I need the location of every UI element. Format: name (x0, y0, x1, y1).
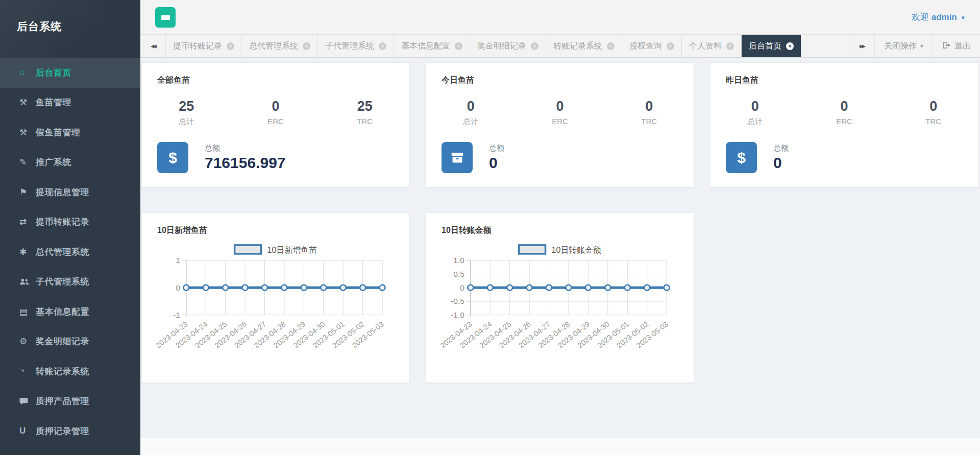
tab-后台首页[interactable]: 后台首页× (742, 35, 801, 57)
tab-授权查询[interactable]: 授权查询× (622, 35, 682, 57)
tab-个人资料[interactable]: 个人资料× (682, 35, 742, 57)
bullhorn-icon: ⚑ (19, 187, 36, 198)
sidebar-item-coin-transfer-records[interactable]: ⇄提币转账记录 (0, 207, 140, 237)
chart-card-10日新增鱼苗: 10日新增鱼苗10日新增鱼苗10-12023-04-232023-04-2420… (141, 212, 410, 383)
close-tab-icon[interactable]: × (786, 42, 794, 50)
caret-down-icon: ▾ (961, 14, 965, 21)
svg-text:-1.0: -1.0 (451, 310, 464, 319)
stat-cards-row: 全部鱼苗25总计0ERC25TRC$总额716156.997今日鱼苗0总计0ER… (141, 62, 978, 187)
close-operations-button[interactable]: 关闭操作 ▾ (874, 35, 933, 57)
hamburger-icon (161, 15, 170, 20)
sidebar: 后台系统 ⌂后台首页⚒鱼苗管理⚒假鱼苗管理✎推广系统⚑提现信息管理⇄提币转账记录… (0, 0, 140, 455)
tabs-scroll-right-button[interactable]: ▸▸ (849, 35, 874, 57)
tab-提币转账记录[interactable]: 提币转账记录× (166, 35, 242, 57)
total-row: $总额0 (710, 142, 978, 173)
tab-转账记录系统[interactable]: 转账记录系统× (546, 35, 622, 57)
svg-text:1.0: 1.0 (453, 256, 464, 265)
caret-down-icon: ▾ (920, 42, 923, 50)
user-menu[interactable]: 欢迎 admin ▾ (912, 11, 965, 23)
stat: 0ERC (800, 99, 889, 127)
svg-text:0: 0 (460, 283, 464, 292)
footer (140, 438, 980, 455)
total-label: 总额 (773, 143, 789, 153)
total-label: 总额 (489, 143, 504, 153)
sidebar-item-promo-system[interactable]: ✎推广系统 (0, 148, 140, 178)
logout-button[interactable]: 退出 (933, 35, 980, 57)
close-tab-icon[interactable]: × (726, 42, 734, 50)
chart-title: 10日转账金额 (442, 225, 678, 236)
logout-label: 退出 (954, 41, 971, 52)
edit-icon: ✎ (19, 157, 36, 167)
close-tab-icon[interactable]: × (303, 42, 310, 50)
dollar-icon: $ (726, 142, 757, 173)
sidebar-item-transfer-record-system[interactable]: ◔转账记录系统 (0, 356, 140, 387)
sidebar-item-general-agent-system[interactable]: ✱总代管理系统 (0, 237, 140, 267)
main-content: 全部鱼苗25总计0ERC25TRC$总额716156.997今日鱼苗0总计0ER… (140, 58, 980, 438)
tabbar: ◂◂ 提币转账记录×总代管理系统×子代管理系统×基本信息配置×奖金明细记录×转账… (140, 34, 980, 58)
chart-title: 10日新增鱼苗 (157, 225, 394, 236)
welcome-label: 欢迎 (912, 12, 929, 22)
stats-row: 25总计0ERC25TRC (142, 99, 409, 127)
wrench-icon: ⚒ (19, 97, 36, 108)
total-value: 0 (489, 154, 504, 172)
tab-奖金明细记录[interactable]: 奖金明细记录× (470, 35, 546, 57)
close-tab-icon[interactable]: × (227, 42, 234, 50)
sidebar-item-sub-agent-system[interactable]: 子代管理系统 (0, 267, 140, 297)
dashboard-icon: ◔ (19, 366, 36, 376)
app-brand: 后台系统 (0, 0, 140, 58)
close-tab-icon[interactable]: × (531, 42, 538, 50)
total-row: $总额716156.997 (142, 142, 409, 173)
close-operations-label: 关闭操作 (884, 41, 917, 52)
sidebar-item-pledge-product-manage[interactable]: 质押产品管理 (0, 387, 140, 417)
legend-swatch (519, 245, 546, 254)
logout-icon (942, 41, 951, 51)
dollar-icon: $ (157, 142, 188, 173)
sidebar-item-bonus-detail-records[interactable]: ⚙奖金明细记录 (0, 327, 140, 357)
sidebar-item-basic-info-config[interactable]: ▤基本信息配置 (0, 297, 140, 327)
file-icon: ▤ (19, 306, 36, 317)
cogs-icon: ⚙ (19, 336, 36, 347)
stat-card-昨日鱼苗: 昨日鱼苗0总计0ERC0TRC$总额0 (710, 62, 978, 187)
magnet-icon: U (19, 426, 36, 436)
total-value: 0 (773, 154, 789, 172)
stat: 25总计 (142, 99, 231, 127)
sidebar-item-withdraw-info-manage[interactable]: ⚑提现信息管理 (0, 177, 140, 207)
chart-card-10日转账金额: 10日转账金额10日转账金额1.00.50-0.5-1.02023-04-232… (426, 212, 694, 383)
wrench-icon: ⚒ (19, 127, 36, 138)
archive-icon (442, 142, 473, 173)
stat: 0ERC (516, 99, 605, 127)
card-title: 今日鱼苗 (442, 75, 678, 86)
close-tab-icon[interactable]: × (455, 42, 462, 50)
close-tab-icon[interactable]: × (379, 42, 386, 50)
stat: 0TRC (889, 99, 978, 127)
stat: 25TRC (320, 99, 409, 127)
close-tab-icon[interactable]: × (607, 42, 615, 50)
chart-canvas: 10日转账金额1.00.50-0.5-1.02023-04-232023-04-… (426, 238, 694, 366)
chevrons-right-icon: ▸▸ (860, 41, 864, 51)
asterisk-icon: ✱ (19, 247, 36, 257)
total-label: 总额 (205, 143, 286, 153)
legend-label: 10日新增鱼苗 (267, 246, 317, 254)
topbar: 欢迎 admin ▾ (140, 0, 980, 34)
close-tab-icon[interactable]: × (667, 42, 674, 50)
sidebar-item-home[interactable]: ⌂后台首页 (0, 58, 140, 88)
tab-基本信息配置[interactable]: 基本信息配置× (394, 35, 470, 57)
svg-text:-1: -1 (173, 310, 180, 319)
tabs-scroll-left-button[interactable]: ◂◂ (140, 35, 166, 57)
comment-icon (19, 396, 36, 406)
sidebar-toggle-button[interactable] (155, 7, 176, 28)
total-row: 总额0 (426, 142, 694, 173)
stat: 0总计 (426, 99, 516, 127)
sidebar-item-pledge-interest-records[interactable]: %质押利息记录 (0, 446, 140, 455)
legend-label: 10日转账金额 (552, 246, 602, 254)
stats-row: 0总计0ERC0TRC (710, 99, 978, 127)
tabs: 提币转账记录×总代管理系统×子代管理系统×基本信息配置×奖金明细记录×转账记录系… (166, 35, 801, 57)
card-title: 昨日鱼苗 (726, 75, 963, 86)
sidebar-item-fry-manage[interactable]: ⚒鱼苗管理 (0, 88, 140, 118)
tab-总代管理系统[interactable]: 总代管理系统× (242, 35, 318, 57)
tab-子代管理系统[interactable]: 子代管理系统× (318, 35, 394, 57)
username: admin (932, 12, 957, 22)
legend-swatch (235, 245, 261, 254)
sidebar-item-fake-fry-manage[interactable]: ⚒假鱼苗管理 (0, 117, 140, 148)
sidebar-item-pledge-record-manage[interactable]: U质押记录管理 (0, 416, 140, 446)
